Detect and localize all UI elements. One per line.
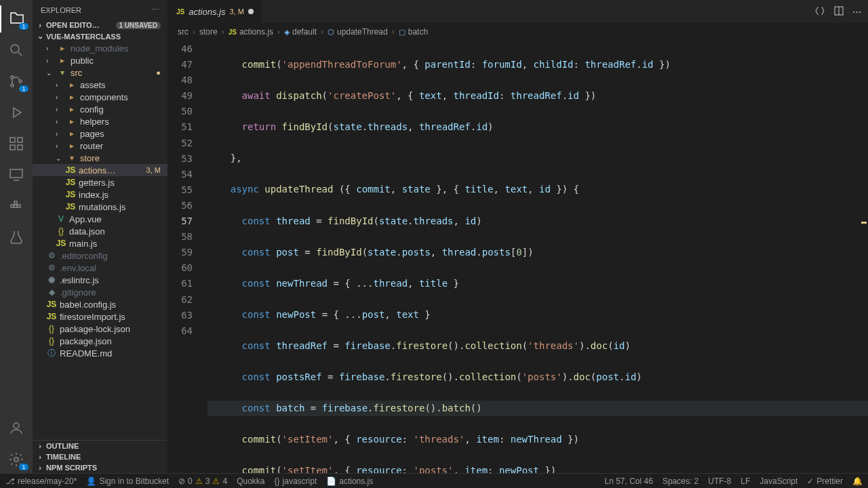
breadcrumbs[interactable]: src› store› JSactions.js› ◈default› ⬡upd… [168, 24, 868, 40]
file-eslintrc[interactable]: ⬣.eslintrc.js [33, 274, 167, 286]
debug-activity-icon[interactable] [0, 99, 33, 126]
file-editorconfig[interactable]: ⚙.editorconfig [33, 249, 167, 262]
status-encoding[interactable]: UTF-8 [708, 476, 731, 486]
svg-point-1 [11, 76, 14, 79]
file-appvue[interactable]: VApp.vue [33, 213, 167, 225]
file-actions[interactable]: JSactions…3, M [33, 164, 167, 176]
status-bell-icon[interactable]: 🔔 [852, 476, 863, 486]
minimap[interactable] [859, 40, 868, 473]
folder-assets[interactable]: ›▸assets [33, 79, 167, 91]
file-index[interactable]: JSindex.js [33, 188, 167, 201]
file-babel[interactable]: JSbabel.config.js [33, 298, 167, 310]
extensions-activity-icon[interactable] [0, 130, 33, 157]
tab-bar: JS actions.js 3, M ⋯ [168, 0, 868, 24]
svg-rect-4 [10, 138, 15, 142]
folder-router[interactable]: ›▸router [33, 140, 167, 152]
tab-actions[interactable]: JS actions.js 3, M [168, 0, 262, 23]
svg-rect-12 [14, 201, 17, 204]
testing-activity-icon[interactable] [0, 224, 33, 251]
folder-store[interactable]: ⌄▾store [33, 152, 167, 164]
file-gitignore[interactable]: ◆.gitignore [33, 286, 167, 298]
file-getters[interactable]: JSgetters.js [33, 176, 167, 188]
file-mainjs[interactable]: JSmain.js [33, 237, 167, 249]
folder-components[interactable]: ›▸components [33, 91, 167, 103]
svg-point-2 [11, 84, 14, 87]
explorer-title: EXPLORER⋯ [33, 0, 167, 20]
folder-helpers[interactable]: ›▸helpers [33, 115, 167, 127]
svg-point-13 [14, 423, 19, 428]
folder-src[interactable]: ⌄▾src● [33, 66, 167, 79]
file-tree: ›▸node_modules ›▸public ⌄▾src● ›▸assets … [33, 42, 167, 440]
settings-icon[interactable]: 1 [0, 446, 33, 473]
file-pkglock[interactable]: {}package-lock.json [33, 323, 167, 335]
folder-node-modules[interactable]: ›▸node_modules [33, 42, 167, 54]
status-quokka[interactable]: Quokka [237, 476, 264, 486]
svg-point-14 [14, 458, 18, 462]
status-language[interactable]: JavaScript [760, 476, 797, 486]
open-editors-section[interactable]: ›OPEN EDITO… 1 UNSAVED [33, 20, 167, 30]
folder-config[interactable]: ›▸config [33, 103, 167, 115]
editor-area: JS actions.js 3, M ⋯ src› store› JSactio… [168, 0, 868, 473]
svg-rect-8 [10, 169, 22, 178]
svg-rect-5 [18, 138, 22, 142]
docker-activity-icon[interactable] [0, 192, 33, 220]
file-envlocal[interactable]: ⚙.env.local [33, 262, 167, 274]
outline-section[interactable]: ›OUTLINE [33, 441, 167, 451]
status-bar: ⎇ release/may-20* 👤 Sign in to Bitbucket… [0, 473, 868, 488]
status-prettier[interactable]: ✓ Prettier [807, 476, 843, 486]
search-activity-icon[interactable] [0, 37, 33, 64]
account-icon[interactable] [0, 415, 33, 442]
file-pkg[interactable]: {}package.json [33, 335, 167, 347]
status-branch[interactable]: ⎇ release/may-20* [5, 476, 77, 486]
folder-public[interactable]: ›▸public [33, 54, 167, 66]
status-problems[interactable]: ⊘0 ⚠3 ⚠4 [178, 476, 227, 486]
compare-icon[interactable] [814, 5, 825, 18]
svg-rect-10 [14, 205, 17, 207]
status-file[interactable]: 📄 actions.js [326, 476, 373, 486]
file-readme[interactable]: ⓘREADME.md [33, 347, 167, 359]
explorer-activity-icon[interactable]: 1 [0, 5, 33, 33]
project-section[interactable]: ⌄VUE-MASTERCLASS [33, 30, 167, 42]
status-signin[interactable]: 👤 Sign in to Bitbucket [86, 476, 169, 486]
line-gutter: 464748 495051 525354 555657 585960 61626… [168, 40, 202, 473]
timeline-section[interactable]: ›TIMELINE [33, 451, 167, 462]
file-datajson[interactable]: {}data.json [33, 225, 167, 237]
svg-point-3 [19, 80, 22, 83]
status-eol[interactable]: LF [741, 476, 750, 486]
status-spaces[interactable]: Spaces: 2 [663, 476, 698, 486]
explorer-sidebar: EXPLORER⋯ ›OPEN EDITO… 1 UNSAVED ⌄VUE-MA… [33, 0, 168, 473]
unsaved-dot-icon [248, 9, 254, 14]
svg-rect-11 [18, 205, 20, 207]
status-lang-pre[interactable]: {} javascript [275, 476, 317, 486]
svg-rect-9 [11, 205, 14, 207]
remote-activity-icon[interactable] [0, 161, 33, 188]
folder-pages[interactable]: ›▸pages [33, 127, 167, 140]
npm-section[interactable]: ›NPM SCRIPTS [33, 462, 167, 473]
file-firestoreimport[interactable]: JSfirestoreImport.js [33, 310, 167, 323]
scm-activity-icon[interactable]: 1 [0, 68, 33, 95]
file-mutations[interactable]: JSmutations.js [33, 201, 167, 213]
svg-rect-7 [18, 145, 22, 150]
split-editor-icon[interactable] [833, 5, 844, 18]
activity-bar: 1 1 1 [0, 0, 33, 473]
svg-rect-6 [10, 145, 15, 150]
more-icon[interactable]: ⋯ [852, 7, 861, 17]
svg-point-0 [11, 45, 19, 53]
status-cursor[interactable]: Ln 57, Col 46 [605, 476, 653, 486]
code-editor[interactable]: 464748 495051 525354 555657 585960 61626… [168, 40, 868, 473]
